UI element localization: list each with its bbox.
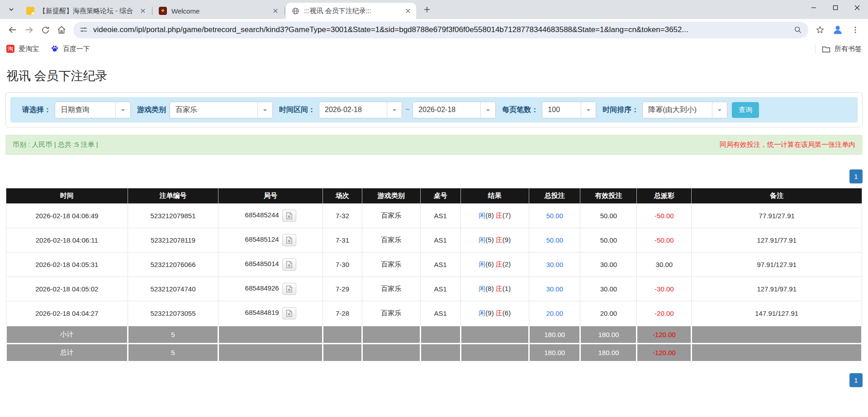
column-header: 有效投注 <box>580 188 637 204</box>
column-header: 桌号 <box>420 188 460 204</box>
cell-time: 2026-02-18 04:06:11 <box>6 228 128 253</box>
cell-valid-bet: 50.00 <box>580 204 637 228</box>
filter-panel: 请选择： 日期查询 游戏类别 百家乐 时间区间： 2026-02-18 ~ 20… <box>5 92 863 127</box>
column-header: 总派彩 <box>637 188 692 204</box>
page-1-button[interactable]: 1 <box>849 169 863 183</box>
column-header: 注单编号 <box>128 188 218 204</box>
minimize-button[interactable] <box>803 0 825 15</box>
table-row: 2026-02-18 04:05:31523212076066685485014… <box>6 253 862 277</box>
tab-search-chevron-icon[interactable] <box>5 3 18 16</box>
tab-close-icon[interactable] <box>271 6 280 15</box>
cell-payout: -50.00 <box>637 204 692 228</box>
column-header: 总投注 <box>529 188 580 204</box>
reload-icon[interactable] <box>37 22 53 38</box>
column-header: 时间 <box>6 188 128 204</box>
cell-valid-bet: 30.00 <box>580 277 637 301</box>
chevron-down-icon[interactable] <box>712 102 727 118</box>
bookmark-baidu[interactable]: 百度一下 <box>51 45 90 53</box>
query-type-select[interactable]: 日期查询 <box>55 102 131 118</box>
date-to-select[interactable]: 2026-02-18 <box>413 102 496 118</box>
video-record-icon[interactable] <box>282 210 296 222</box>
bookmarks-right: 所有书签 <box>815 44 862 53</box>
column-header: 游戏类别 <box>362 188 421 204</box>
sum-empty <box>460 326 529 344</box>
page-1-button[interactable]: 1 <box>849 373 863 387</box>
video-record-icon[interactable] <box>282 283 296 295</box>
game-type-value: 百家乐 <box>170 102 257 118</box>
cell-time: 2026-02-18 04:04:27 <box>6 301 128 326</box>
browser-tab-welcome[interactable]: ❖ Welcome <box>153 3 284 19</box>
sort-order-select[interactable]: 降幂(由大到小) <box>642 102 727 118</box>
forum-favicon-icon <box>26 7 34 15</box>
all-bookmarks-button[interactable]: 所有书签 <box>822 45 862 53</box>
cell-table-no: AS1 <box>420 301 460 326</box>
tab-close-icon[interactable] <box>138 6 147 15</box>
currency-summary-text: 币别 : 人民币 | 总共 :5 注单 | <box>13 141 98 149</box>
url-text[interactable]: videoie.com/ipl/portal.php/game/betrecor… <box>93 25 789 34</box>
sum-empty <box>218 344 323 362</box>
pagination-bottom: 1 <box>5 373 863 387</box>
tab-close-icon[interactable] <box>403 6 413 15</box>
result-banker: 庄 <box>496 260 503 268</box>
browser-menu-dots-icon[interactable] <box>847 22 863 38</box>
cell-session: 7-30 <box>323 253 362 277</box>
browser-tab-forum[interactable]: 【新提醒】海燕策略论坛 - 综合 <box>21 3 151 19</box>
cell-valid-bet: 30.00 <box>580 253 637 277</box>
cell-session: 7-31 <box>323 228 362 253</box>
video-record-icon[interactable] <box>282 307 296 319</box>
subtotal-row: 小计5180.00180.00-120.00 <box>6 326 862 344</box>
filter-bar: 请选择： 日期查询 游戏类别 百家乐 时间区间： 2026-02-18 ~ 20… <box>10 97 858 122</box>
tab-divider <box>285 7 285 15</box>
result-player: 闲 <box>479 236 485 244</box>
forward-icon[interactable] <box>21 22 37 38</box>
date-from-select[interactable]: 2026-02-18 <box>319 102 402 118</box>
zoom-magnifier-icon[interactable] <box>794 26 802 34</box>
sum-empty <box>362 344 421 362</box>
search-button[interactable]: 查询 <box>732 102 759 118</box>
video-record-icon[interactable] <box>282 234 296 246</box>
game-type-label: 游戏类别 <box>137 105 166 115</box>
page-content: 视讯 会员下注纪录 请选择： 日期查询 游戏类别 百家乐 时间区间： 2026-… <box>0 57 868 387</box>
query-type-label: 请选择： <box>22 105 51 115</box>
new-tab-button[interactable] <box>421 3 433 16</box>
cell-round-no: 685484926 <box>218 277 323 301</box>
cell-result: 闲(5) 庄(9) <box>460 228 529 253</box>
cell-bet-id: 523212074740 <box>128 277 218 301</box>
tab-title: 【新提醒】海燕策略论坛 - 综合 <box>39 7 136 15</box>
game-type-select[interactable]: 百家乐 <box>170 102 273 118</box>
cell-payout: -30.00 <box>637 277 692 301</box>
cell-table-no: AS1 <box>420 277 460 301</box>
window-controls <box>803 0 868 15</box>
column-header: 局号 <box>218 188 323 204</box>
date-to-value: 2026-02-18 <box>413 102 480 118</box>
omnibox[interactable]: videoie.com/ipl/portal.php/game/betrecor… <box>73 22 808 38</box>
bookmark-aitaobao[interactable]: 淘 爱淘宝 <box>6 45 39 53</box>
chevron-down-icon[interactable] <box>115 102 130 118</box>
chevron-down-icon[interactable] <box>480 102 495 118</box>
chevron-down-icon[interactable] <box>387 102 402 118</box>
maximize-button[interactable] <box>825 0 846 15</box>
back-icon[interactable] <box>5 22 21 38</box>
close-window-button[interactable] <box>846 0 868 15</box>
column-header: 结果 <box>460 188 529 204</box>
sum-count: 5 <box>128 344 218 362</box>
sum-empty <box>323 326 362 344</box>
table-body: 2026-02-18 04:06:49523212079851685485244… <box>6 204 862 362</box>
cell-table-no: AS1 <box>420 228 460 253</box>
cell-total-bet: 30.00 <box>529 277 580 301</box>
sum-total-bet: 180.00 <box>529 344 580 362</box>
result-player: 闲 <box>479 211 485 219</box>
cell-total-bet: 20.00 <box>529 301 580 326</box>
page-size-select[interactable]: 100 <box>542 102 596 118</box>
chevron-down-icon[interactable] <box>257 102 272 118</box>
globe-icon <box>291 7 299 15</box>
home-icon[interactable] <box>53 22 70 38</box>
video-record-icon[interactable] <box>282 258 296 271</box>
cell-round-no: 685484819 <box>218 301 323 326</box>
result-banker: 庄 <box>496 236 503 244</box>
site-info-tune-icon[interactable] <box>80 26 88 34</box>
chevron-down-icon[interactable] <box>581 102 596 118</box>
bookmark-star-icon[interactable] <box>812 22 828 38</box>
browser-tab-betrecord[interactable]: :::视讯 会员下注纪录::: <box>286 3 416 19</box>
profile-avatar[interactable] <box>830 22 845 37</box>
